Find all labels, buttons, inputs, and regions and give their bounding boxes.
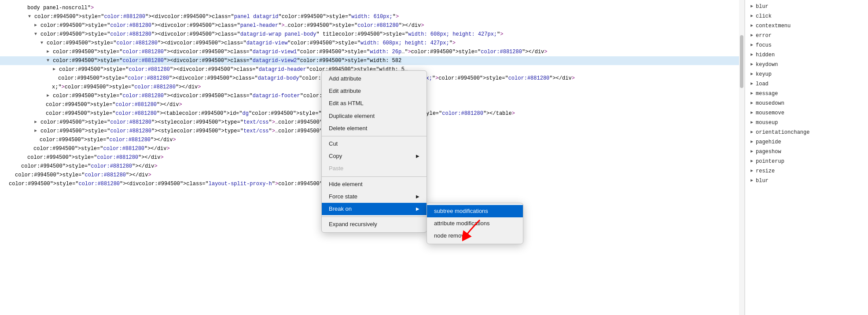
- menu-item-edit-attribute[interactable]: Edit attribute: [322, 85, 427, 97]
- collapse-arrow[interactable]: [47, 92, 52, 100]
- menu-item-break-on[interactable]: Break on▶: [322, 203, 427, 215]
- submenu-item-attribute-modifications[interactable]: attribute modifications: [427, 217, 523, 230]
- event-item-message[interactable]: ►message: [745, 89, 868, 99]
- event-arrow-icon: ►: [750, 22, 753, 30]
- event-item-resize[interactable]: ►resize: [745, 166, 868, 176]
- menu-divider: [322, 136, 427, 136]
- event-label: keyup: [756, 70, 772, 78]
- collapse-arrow[interactable]: [34, 118, 40, 126]
- event-arrow-icon: ►: [750, 80, 753, 88]
- menu-item-wrapper: Edit as HTML: [322, 97, 427, 110]
- event-label: orientationchange: [756, 128, 809, 136]
- event-item-keyup[interactable]: ►keyup: [745, 70, 868, 79]
- event-item-load[interactable]: ►load: [745, 79, 868, 89]
- menu-item-label: Paste: [329, 165, 343, 172]
- event-item-mouseup[interactable]: ►mouseup: [745, 118, 868, 128]
- expand-arrow[interactable]: [34, 30, 40, 38]
- menu-item-wrapper: Add attribute: [322, 73, 427, 85]
- event-label: blur: [756, 3, 769, 11]
- menu-item-wrapper: Delete element: [322, 122, 427, 135]
- event-arrow-icon: ►: [750, 177, 753, 185]
- menu-item-label: Edit attribute: [329, 87, 361, 95]
- event-arrow-icon: ►: [750, 61, 753, 69]
- menu-item-wrapper: Paste: [322, 162, 427, 175]
- event-label: load: [756, 80, 769, 88]
- event-arrow-icon: ►: [750, 32, 753, 40]
- event-item-hidden[interactable]: ►hidden: [745, 50, 868, 60]
- event-label: error: [756, 32, 772, 40]
- menu-item-copy[interactable]: Copy▶: [322, 150, 427, 162]
- event-item-pointerup[interactable]: ►pointerup: [745, 157, 868, 166]
- scrollbar[interactable]: [739, 0, 744, 315]
- menu-item-wrapper: Cut: [322, 138, 427, 150]
- event-arrow-icon: ►: [750, 99, 753, 107]
- menu-item-expand-recursively[interactable]: Expand recursively: [322, 218, 427, 231]
- submenu-item-node-removal[interactable]: node removal: [427, 230, 523, 242]
- html-tree-panel: body panel-noscroll">color:#994500">styl…: [0, 0, 745, 315]
- menu-item-cut[interactable]: Cut: [322, 138, 427, 150]
- menu-item-wrapper: Expand recursively: [322, 218, 427, 231]
- event-item-keydown[interactable]: ►keydown: [745, 60, 868, 70]
- submenu-item-label: node removal: [434, 232, 469, 240]
- menu-item-label: Break on: [329, 205, 352, 213]
- menu-item-add-attribute[interactable]: Add attribute: [322, 73, 427, 85]
- menu-item-duplicate-element[interactable]: Duplicate element: [322, 110, 427, 122]
- menu-item-force-state[interactable]: Force state▶: [322, 190, 427, 203]
- event-item-contextmenu[interactable]: ►contextmenu: [745, 21, 868, 31]
- html-line[interactable]: color:#994500">style="color:#881280"><di…: [0, 12, 744, 21]
- event-arrow-icon: ►: [750, 51, 753, 59]
- menu-item-wrapper: Duplicate element: [322, 110, 427, 122]
- submenu-item-subtree-modifications[interactable]: subtree modifications: [427, 205, 523, 217]
- menu-item-edit-as-html[interactable]: Edit as HTML: [322, 97, 427, 110]
- event-label: message: [756, 90, 778, 98]
- submenu-item-label: subtree modifications: [434, 207, 488, 215]
- menu-item-label: Cut: [329, 140, 338, 148]
- menu-item-hide-element[interactable]: Hide element: [322, 178, 427, 190]
- event-item-error[interactable]: ►error: [745, 31, 868, 40]
- event-arrow-icon: ►: [750, 148, 753, 156]
- event-item-orientationchange[interactable]: ►orientationchange: [745, 128, 868, 137]
- menu-item-wrapper: Force state▶: [322, 190, 427, 203]
- scrollbar-thumb[interactable]: [740, 35, 743, 88]
- event-item-click[interactable]: ►click: [745, 11, 868, 21]
- html-line[interactable]: color:#994500">style="color:#881280"><di…: [0, 21, 744, 30]
- collapse-arrow[interactable]: [34, 22, 40, 29]
- event-label: blur: [756, 177, 769, 185]
- event-item-mousemove[interactable]: ►mousemove: [745, 108, 868, 118]
- event-label: keydown: [756, 61, 778, 69]
- submenu-item-label: attribute modifications: [434, 220, 489, 227]
- expand-arrow[interactable]: [28, 13, 33, 21]
- menu-item-wrapper: Edit attribute: [322, 85, 427, 97]
- expand-arrow[interactable]: [40, 39, 46, 47]
- context-menu[interactable]: Add attributeEdit attributeEdit as HTMLD…: [321, 70, 427, 233]
- collapse-arrow[interactable]: [47, 48, 52, 56]
- menu-item-label: Hide element: [329, 180, 363, 188]
- menu-divider: [322, 176, 427, 177]
- html-line[interactable]: color:#994500">style="color:#881280"><di…: [0, 48, 744, 56]
- event-item-blur[interactable]: ►blur: [745, 2, 868, 11]
- menu-item-delete-element[interactable]: Delete element: [322, 122, 427, 135]
- menu-item-label: Delete element: [329, 125, 367, 132]
- collapse-arrow[interactable]: [34, 127, 40, 135]
- event-arrow-icon: ►: [750, 70, 753, 78]
- event-arrow-icon: ►: [750, 138, 753, 146]
- html-line[interactable]: color:#994500">style="color:#881280"><di…: [0, 56, 744, 65]
- expand-arrow[interactable]: [47, 57, 52, 65]
- menu-divider: [322, 216, 427, 217]
- event-arrow-icon: ►: [750, 167, 753, 175]
- menu-item-label: Force state: [329, 193, 357, 201]
- html-line[interactable]: body panel-noscroll">: [0, 4, 744, 12]
- event-arrow-icon: ►: [750, 3, 753, 11]
- collapse-arrow[interactable]: [53, 66, 58, 73]
- event-item-pagehide[interactable]: ►pagehide: [745, 137, 868, 147]
- event-item-focus[interactable]: ►focus: [745, 40, 868, 50]
- html-line[interactable]: color:#994500">style="color:#881280"><di…: [0, 39, 744, 48]
- event-label: contextmenu: [756, 22, 791, 30]
- html-line[interactable]: color:#994500">style="color:#881280"><di…: [0, 30, 744, 39]
- event-item-mousedown[interactable]: ►mousedown: [745, 99, 868, 108]
- event-item-pageshow[interactable]: ►pageshow: [745, 147, 868, 157]
- event-arrow-icon: ►: [750, 128, 753, 136]
- event-arrow-icon: ►: [750, 12, 753, 20]
- event-arrow-icon: ►: [750, 90, 753, 98]
- event-item-blur[interactable]: ►blur: [745, 176, 868, 186]
